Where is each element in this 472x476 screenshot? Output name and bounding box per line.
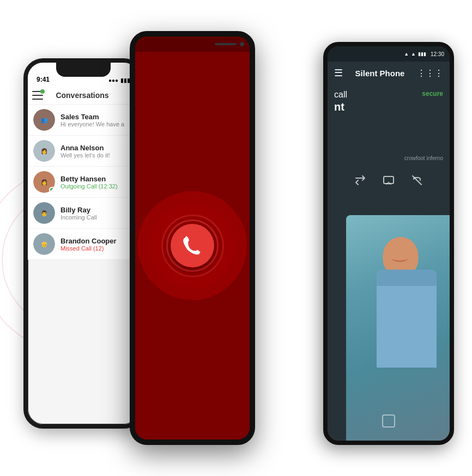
chat-icon[interactable]: [380, 172, 397, 189]
phone-svg-icon: [180, 234, 204, 258]
status-dot: [40, 89, 45, 94]
dark-status-icons: ▲ ▲ ▮▮▮ 12:30: [404, 51, 444, 57]
ios-status-bar: 9:41 ●●● ▮▮▮: [28, 63, 139, 87]
conv-message: Well yes let's do it!: [60, 152, 134, 158]
avatar-image: 👩: [33, 140, 55, 162]
mute-svg: [410, 174, 423, 187]
conv-message: Incoming Call: [60, 214, 134, 221]
app-title: Silent Phone: [343, 69, 417, 78]
clock: 12:30: [431, 51, 444, 57]
menu-icon[interactable]: [32, 91, 43, 100]
online-indicator: [49, 187, 55, 193]
list-item[interactable]: 👴 Brandon Cooper Missed Call (12): [28, 229, 139, 260]
avatar: 👴: [33, 233, 55, 255]
ios-header: Conversations: [28, 87, 139, 105]
ios-time: 9:41: [37, 76, 50, 83]
conv-info: Sales Team Hi everyone! We have a: [60, 113, 134, 127]
signal-icon: ▲: [404, 51, 409, 57]
ios-status-icons: ●●● ▮▮▮: [108, 77, 130, 83]
conv-name: Brandon Cooper: [60, 237, 134, 245]
conv-info: Brandon Cooper Missed Call (12): [60, 237, 134, 252]
conv-message: Outgoing Call (12:32): [60, 183, 134, 190]
list-item[interactable]: 👩 Betty Hansen Outgoing Call (12:32): [28, 167, 139, 198]
conv-name: Sales Team: [60, 113, 134, 121]
battery-icon: ▮▮▮: [418, 51, 426, 57]
smile: [392, 254, 408, 262]
call-status: call nt: [334, 90, 347, 113]
avatar: 👩: [33, 140, 55, 162]
call-label: call: [334, 90, 347, 100]
scene: 9:41 ●●● ▮▮▮ Conversations 👥: [13, 15, 459, 461]
camera: [240, 42, 244, 46]
list-item[interactable]: 👩 Anna Nelson Well yes let's do it!: [28, 136, 139, 167]
ripple-container: [135, 52, 250, 440]
mute-icon[interactable]: [408, 172, 426, 189]
avatar: 👩: [33, 171, 55, 193]
chat-svg: [382, 174, 395, 187]
phone-android-dark: ▲ ▲ ▮▮▮ 12:30 ☰ Silent Phone ⋮⋮⋮ call nt…: [323, 42, 454, 445]
speaker: [215, 43, 237, 45]
grid-icon[interactable]: ⋮⋮⋮: [417, 68, 443, 78]
avatar: 👨: [33, 202, 55, 224]
nav-button[interactable]: [382, 414, 395, 428]
wifi-signal-icon: ▲: [411, 51, 416, 57]
secure-label: secure: [422, 90, 443, 97]
menu-icon[interactable]: ☰: [334, 67, 343, 79]
person-collar: [377, 270, 437, 286]
conv-message: Missed Call (12): [60, 245, 134, 252]
wifi-icon: ●●●: [108, 77, 118, 83]
conversations-title: Conversations: [47, 91, 117, 100]
transfer-svg: [354, 174, 367, 187]
avatar-image: 👥: [33, 109, 55, 131]
conv-info: Billy Ray Incoming Call: [60, 206, 134, 221]
top-sensors: [215, 42, 244, 46]
list-item[interactable]: 👥 Sales Team Hi everyone! We have a: [28, 105, 139, 136]
conv-info: Anna Nelson Well yes let's do it!: [60, 144, 134, 158]
conv-name: Betty Hansen: [60, 175, 134, 183]
dark-content: call nt secure: [328, 84, 450, 444]
avatar-image: 👨: [33, 202, 55, 224]
action-icons: [352, 172, 426, 189]
conv-name: Anna Nelson: [60, 144, 134, 152]
conversations-list: 👥 Sales Team Hi everyone! We have a 👩 An…: [28, 105, 139, 260]
dark-header: ☰ Silent Phone ⋮⋮⋮: [328, 62, 450, 84]
android-body: [135, 52, 250, 440]
dark-status-bar: ▲ ▲ ▮▮▮ 12:30: [328, 46, 450, 62]
contact-photo: [346, 215, 450, 444]
avatar: 👥: [33, 109, 55, 131]
conv-name: Billy Ray: [60, 206, 134, 214]
conv-info: Betty Hansen Outgoing Call (12:32): [60, 175, 134, 190]
encryption-label: crowfoot inferno: [404, 155, 443, 161]
conv-message: Hi everyone! We have a: [60, 121, 134, 127]
transfer-icon[interactable]: [352, 172, 369, 189]
avatar-image: 👴: [33, 233, 55, 255]
contact-label: nt: [334, 101, 347, 113]
battery-icon: ▮▮▮: [120, 77, 130, 83]
list-item[interactable]: 👨 Billy Ray Incoming Call: [28, 198, 139, 229]
android-top-bar: [135, 36, 250, 52]
phone-ios: 9:41 ●●● ▮▮▮ Conversations 👥: [23, 58, 143, 429]
phone-android-red: [130, 31, 255, 445]
call-button[interactable]: [171, 224, 214, 267]
